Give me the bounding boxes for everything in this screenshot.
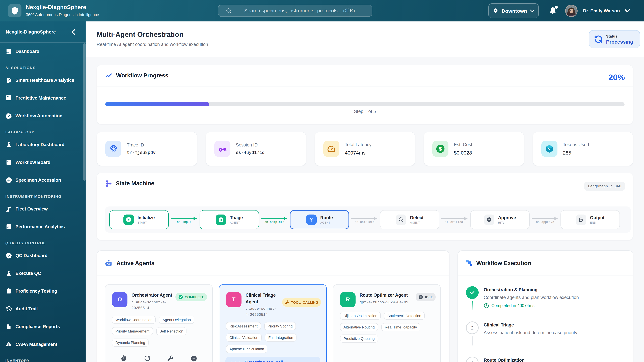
svg-text:$: $ [439,146,442,152]
